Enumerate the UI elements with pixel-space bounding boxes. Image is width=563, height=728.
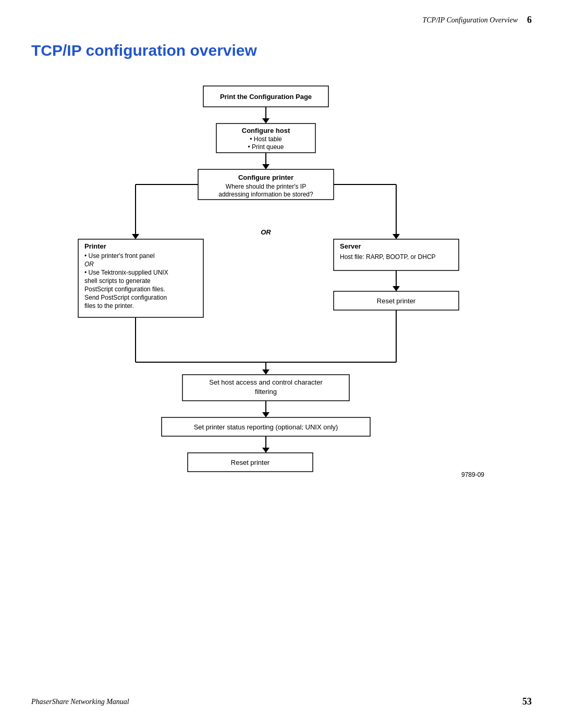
svg-text:Set printer status reporting (: Set printer status reporting (optional; … <box>194 423 338 431</box>
svg-marker-50 <box>262 448 270 453</box>
svg-marker-41 <box>262 369 270 375</box>
svg-text:Reset printer: Reset printer <box>231 459 270 466</box>
svg-text:Print the Configuration Page: Print the Configuration Page <box>220 93 312 101</box>
page-footer: PhaserShare Networking Manual 53 <box>0 696 563 707</box>
svg-text:Configure host: Configure host <box>242 127 290 134</box>
flowchart-diagram: Print the Configuration Page Configure h… <box>68 81 495 519</box>
svg-text:Send PostScript configuration: Send PostScript configuration <box>84 294 167 301</box>
svg-text:• Host table: • Host table <box>250 135 282 143</box>
footer-title: PhaserShare Networking Manual <box>31 698 129 706</box>
svg-text:filtering: filtering <box>255 388 277 396</box>
footer-page-number: 53 <box>522 696 532 707</box>
svg-text:Server: Server <box>340 242 361 250</box>
svg-text:Where should the printer's IP: Where should the printer's IP <box>226 183 306 190</box>
svg-text:Host file: RARP, BOOTP, or DHC: Host file: RARP, BOOTP, or DHCP <box>340 253 436 261</box>
header-title: TCP/IP Configuration Overview <box>422 16 518 24</box>
svg-text:shell scripts to generate: shell scripts to generate <box>84 277 151 285</box>
svg-marker-34 <box>393 286 400 291</box>
svg-text:• Print queue: • Print queue <box>248 143 284 151</box>
svg-marker-9 <box>262 164 270 169</box>
svg-marker-19 <box>393 234 400 239</box>
svg-text:OR: OR <box>84 261 94 268</box>
svg-text:files to the printer.: files to the printer. <box>84 302 134 310</box>
svg-marker-16 <box>132 234 139 239</box>
header-page-number: 6 <box>527 15 532 26</box>
svg-text:• Use printer's front panel: • Use printer's front panel <box>84 252 155 260</box>
svg-text:9789-09: 9789-09 <box>461 471 484 478</box>
svg-text:• Use Tektronix-supplied UNIX: • Use Tektronix-supplied UNIX <box>84 269 168 276</box>
page-title: TCP/IP configuration overview <box>31 42 257 59</box>
svg-text:addressing information be stor: addressing information be stored? <box>218 191 313 198</box>
svg-text:OR: OR <box>261 228 271 236</box>
svg-text:Printer: Printer <box>84 242 106 250</box>
svg-text:Configure printer: Configure printer <box>238 174 293 181</box>
page-header: TCP/IP Configuration Overview 6 <box>422 15 532 26</box>
svg-text:Set host access and control ch: Set host access and control character <box>209 378 323 386</box>
svg-text:Reset printer: Reset printer <box>377 297 416 305</box>
svg-text:PostScript configuration files: PostScript configuration files. <box>84 286 165 293</box>
svg-marker-46 <box>262 412 270 417</box>
svg-marker-3 <box>262 118 270 124</box>
